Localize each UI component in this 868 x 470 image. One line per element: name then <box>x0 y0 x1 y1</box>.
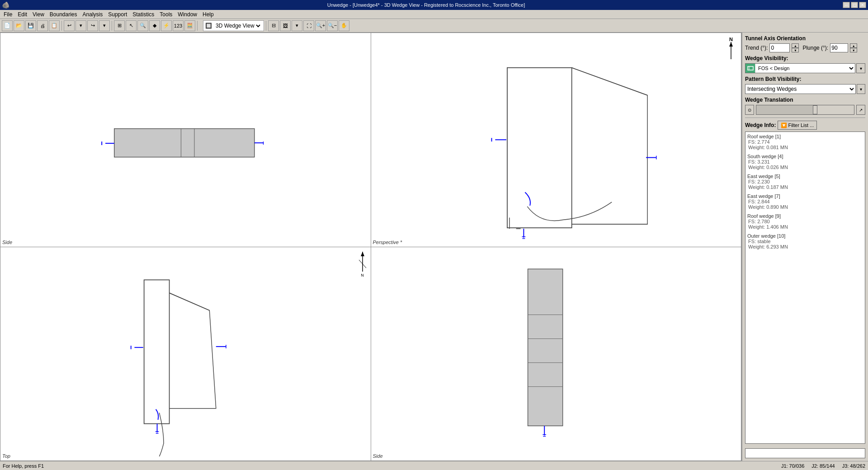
wedge-weight-3: Weight: 0.890 MN <box>748 204 863 210</box>
wedge-name-1: South wedge [4] <box>747 154 863 159</box>
wedge-button[interactable]: ◆ <box>149 20 160 31</box>
menu-window[interactable]: Window <box>175 10 200 19</box>
top-view-svg <box>0 247 371 461</box>
separator <box>745 118 865 118</box>
j3-coord: J3: 48/262 <box>842 463 865 469</box>
wedge-name-4: Roof wedge [9] <box>747 213 863 219</box>
svg-rect-41 <box>748 66 753 70</box>
menu-file[interactable]: File <box>1 10 15 19</box>
filter-icon: 🔽 <box>781 122 787 128</box>
tunnel-axis-label: Tunnel Axis Orientation <box>745 35 865 42</box>
view-dropdown[interactable]: 🔲 3D Wedge View 2D Wedge View Top View S… <box>203 20 264 31</box>
viewport-top[interactable]: N To <box>0 247 371 461</box>
viewport-side-top[interactable]: Side <box>0 33 371 247</box>
svg-rect-33 <box>528 269 562 426</box>
plunge-up[interactable]: ▲ <box>850 43 857 48</box>
trend-up[interactable]: ▲ <box>792 43 799 48</box>
view-select[interactable]: 3D Wedge View 2D Wedge View Top View Sid… <box>214 22 262 29</box>
plunge-input[interactable] <box>830 43 848 52</box>
pattern-bolt-select[interactable]: Intersecting Wedges All None <box>745 84 856 94</box>
zoom-out-button[interactable]: 🔍− <box>327 20 338 31</box>
pattern-bolt-label: Pattern Bolt Visibility: <box>745 76 865 82</box>
separator-1 <box>61 21 62 31</box>
pattern-bolt-dropdown-btn[interactable]: ▾ <box>857 84 865 94</box>
menu-analysis[interactable]: Analysis <box>80 10 106 19</box>
restore-button[interactable]: ◻ <box>851 2 858 8</box>
open-button[interactable]: 📂 <box>14 20 24 31</box>
viewport-side-bottom[interactable]: Side <box>371 247 741 461</box>
trend-down[interactable]: ▼ <box>792 48 799 52</box>
select-button[interactable]: ↖ <box>126 20 137 31</box>
redo-button[interactable]: ↪ <box>87 20 98 31</box>
translation-thumb[interactable] <box>813 105 817 114</box>
menu-bar: File Edit View Boundaries Analysis Suppo… <box>0 10 868 19</box>
zoom-window-button[interactable]: 🔍 <box>137 20 148 31</box>
menu-tools[interactable]: Tools <box>157 10 175 19</box>
translation-end-btn[interactable]: ↗ <box>856 105 865 115</box>
help-text: For Help, press F1 <box>3 463 44 469</box>
copy-button[interactable]: 📋 <box>49 20 60 31</box>
menu-view[interactable]: View <box>30 10 47 19</box>
translation-track <box>756 105 854 115</box>
svg-rect-24 <box>144 280 170 423</box>
wedge-fos-5: FS: stable <box>748 239 863 244</box>
viewports-grid: Side N <box>0 33 741 461</box>
wedge-vis-dropdown-btn[interactable]: ▾ <box>856 63 865 73</box>
undo-dropdown[interactable]: ▾ <box>75 20 86 31</box>
separator-3 <box>197 21 198 31</box>
svg-marker-22 <box>361 252 364 256</box>
svg-line-25 <box>170 293 210 310</box>
zoom-in-button[interactable]: 🔍+ <box>315 20 326 31</box>
viewport-perspective[interactable]: N <box>371 33 741 247</box>
redo-dropdown[interactable]: ▾ <box>99 20 110 31</box>
svg-rect-9 <box>507 68 571 228</box>
fullscreen-button[interactable]: ⛶ <box>303 20 314 31</box>
rock-bolt-button[interactable]: ⚡ <box>161 20 172 31</box>
bottom-input[interactable] <box>745 448 865 458</box>
panels-button[interactable]: ⊟ <box>268 20 279 31</box>
top-view-label: Top <box>2 453 10 459</box>
app-icon: 🪨 <box>2 1 9 9</box>
wedge-fos-4: FS: 2.780 <box>748 219 863 224</box>
minimize-button[interactable]: ─ <box>843 2 850 8</box>
coordinates: J1: 70/036 J2: 85/144 J3: 48/262 <box>781 463 865 469</box>
wedge-info-list[interactable]: Roof wedge [1] FS: 2.774 Weight: 0.081 M… <box>745 132 865 444</box>
translation-start-btn[interactable]: ⊙ <box>745 105 754 115</box>
new-button[interactable]: 📄 <box>2 20 13 31</box>
side-view-label: Side <box>2 240 12 245</box>
menu-statistics[interactable]: Statistics <box>130 10 157 19</box>
window-controls[interactable]: ─ ◻ ✕ <box>843 2 866 8</box>
undo-button[interactable]: ↩ <box>64 20 75 31</box>
wedge-fos-3: FS: 2.844 <box>748 199 863 204</box>
separator-2 <box>112 21 112 31</box>
number-button[interactable]: 123 <box>173 20 184 31</box>
wedge-visibility-select[interactable]: FOS < Design All Wedges No Wedges <box>755 65 855 71</box>
menu-boundaries[interactable]: Boundaries <box>47 10 80 19</box>
wedge-visibility-label: Wedge Visibility: <box>745 55 865 61</box>
trend-input[interactable] <box>769 43 790 52</box>
wedge-name-2: East wedge [5] <box>747 174 863 179</box>
wedge-entry-2: East wedge [5] FS: 2.230 Weight: 0.187 M… <box>747 174 863 190</box>
calc-button[interactable]: 🧮 <box>184 20 195 31</box>
view-grid-button[interactable]: ⊞ <box>114 20 125 31</box>
tunnel-axis-section: Tunnel Axis Orientation Trend (°): ▲ ▼ P… <box>745 35 865 52</box>
svg-rect-0 <box>114 129 255 157</box>
close-button[interactable]: ✕ <box>859 2 866 8</box>
menu-help[interactable]: Help <box>200 10 217 19</box>
plunge-down[interactable]: ▼ <box>850 48 857 52</box>
svg-line-12 <box>571 68 647 95</box>
pan-button[interactable]: ✋ <box>339 20 349 31</box>
export-image-button[interactable]: 🖼 <box>280 20 291 31</box>
export-dropdown[interactable]: ▾ <box>292 20 302 31</box>
print-button[interactable]: 🖨 <box>37 20 48 31</box>
menu-support[interactable]: Support <box>105 10 130 19</box>
wedge-info-label: Wedge Info: <box>745 122 776 128</box>
save-button[interactable]: 💾 <box>25 20 36 31</box>
j2-coord: J2: 85/144 <box>811 463 835 469</box>
wedge-fos-0: FS: 2.774 <box>748 139 863 145</box>
wedge-translation-label: Wedge Translation <box>745 97 865 103</box>
menu-edit[interactable]: Edit <box>15 10 30 19</box>
status-bar: For Help, press F1 J1: 70/036 J2: 85/144… <box>0 461 868 470</box>
side-view-svg <box>0 33 371 247</box>
filter-list-button[interactable]: 🔽 Filter List ... <box>778 121 817 130</box>
